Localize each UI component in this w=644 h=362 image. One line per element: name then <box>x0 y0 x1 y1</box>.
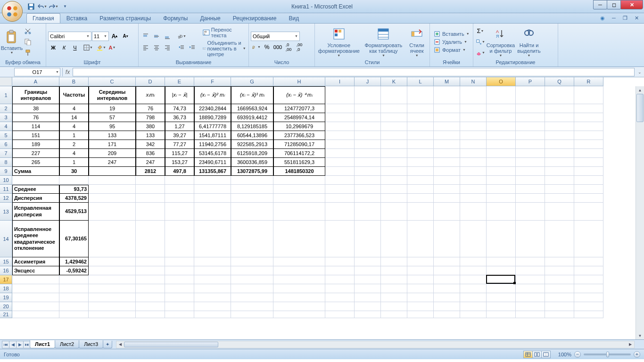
column-header[interactable]: H <box>273 77 325 86</box>
row-header[interactable]: 4 <box>0 122 12 131</box>
cell[interactable]: Среднее <box>12 185 59 194</box>
cell[interactable] <box>165 275 194 284</box>
cell[interactable] <box>136 284 165 293</box>
cell[interactable] <box>460 149 487 158</box>
cell[interactable]: 115,27 <box>165 149 194 158</box>
column-header[interactable]: I <box>325 77 355 86</box>
cell[interactable] <box>136 311 165 318</box>
row-header[interactable]: 1 <box>0 86 12 104</box>
cell[interactable] <box>12 311 59 318</box>
cell[interactable]: Исправленная дисперсия <box>12 203 59 221</box>
cell[interactable]: 76 <box>136 104 165 113</box>
column-header[interactable]: O <box>487 77 516 86</box>
window-restore-icon[interactable]: ❐ <box>621 14 629 22</box>
cell[interactable] <box>545 293 574 302</box>
cell[interactable] <box>12 302 59 311</box>
window-close-icon[interactable]: ✕ <box>633 14 640 22</box>
column-header[interactable]: C <box>89 77 136 86</box>
cell[interactable] <box>516 86 545 104</box>
cell[interactable]: 1 <box>59 131 89 140</box>
cell[interactable] <box>545 104 574 113</box>
cell[interactable] <box>381 284 407 293</box>
row-header[interactable]: 12 <box>0 194 12 203</box>
cell[interactable] <box>89 311 136 318</box>
cell[interactable]: 189 <box>12 140 59 149</box>
cell[interactable] <box>89 284 136 293</box>
cell[interactable] <box>516 293 545 302</box>
cell[interactable] <box>325 293 355 302</box>
cell[interactable] <box>231 266 273 275</box>
clear-icon[interactable]: ▼ <box>475 48 486 58</box>
row-header[interactable]: 20 <box>0 302 12 311</box>
cell[interactable]: 1481850320 <box>273 167 325 176</box>
cell[interactable]: 19 <box>89 104 136 113</box>
cell[interactable] <box>231 257 273 266</box>
cell[interactable] <box>381 122 407 131</box>
cell[interactable] <box>59 293 89 302</box>
cell[interactable]: 1,27 <box>165 122 194 131</box>
cell[interactable]: 693919,4412 <box>231 113 273 122</box>
cell[interactable]: 133 <box>136 131 165 140</box>
cell[interactable] <box>516 275 545 284</box>
format-as-table-button[interactable]: Форматировать как таблицу▼ <box>362 26 405 58</box>
cell[interactable]: Частоты <box>59 86 89 104</box>
tab-вид[interactable]: Вид <box>282 13 305 23</box>
percent-icon[interactable]: % <box>262 42 272 52</box>
cell[interactable] <box>325 194 355 203</box>
cell[interactable] <box>355 257 381 266</box>
column-header[interactable]: N <box>460 77 487 86</box>
column-header[interactable]: G <box>231 77 273 86</box>
cell[interactable] <box>434 284 460 293</box>
cell[interactable] <box>273 185 325 194</box>
cell[interactable] <box>231 311 273 318</box>
cell[interactable]: 4 <box>59 122 89 131</box>
fill-icon[interactable]: ▼ <box>475 37 486 47</box>
cell[interactable] <box>325 266 355 275</box>
cell[interactable]: 38 <box>12 104 59 113</box>
sort-filter-button[interactable]: АЯСортировка и фильтр▼ <box>487 26 515 58</box>
cell[interactable] <box>325 275 355 284</box>
cell[interactable] <box>12 284 59 293</box>
cell[interactable] <box>325 131 355 140</box>
row-header[interactable]: 5 <box>0 131 12 140</box>
cell[interactable] <box>434 104 460 113</box>
row-header[interactable]: 13 <box>0 203 12 221</box>
cell[interactable] <box>231 176 273 185</box>
cell[interactable] <box>516 149 545 158</box>
cell[interactable] <box>165 194 194 203</box>
cell[interactable] <box>407 149 434 158</box>
cell[interactable] <box>487 122 516 131</box>
cell[interactable] <box>89 257 136 266</box>
cell-styles-button[interactable]: Стили ячеек▼ <box>406 26 428 58</box>
next-sheet-icon[interactable]: ▶ <box>16 341 24 348</box>
cell[interactable] <box>516 176 545 185</box>
find-select-button[interactable]: Найти и выделить▼ <box>516 26 542 58</box>
cell[interactable] <box>407 221 434 257</box>
cell[interactable]: 2812 <box>136 167 165 176</box>
cell[interactable] <box>325 176 355 185</box>
cell[interactable] <box>273 203 325 221</box>
row-header[interactable]: 3 <box>0 113 12 122</box>
align-bottom-icon[interactable] <box>162 31 173 41</box>
cell[interactable] <box>325 104 355 113</box>
cell[interactable]: 2 <box>59 140 89 149</box>
cell[interactable] <box>434 266 460 275</box>
cell[interactable] <box>273 311 325 318</box>
cell[interactable] <box>434 311 460 318</box>
column-header[interactable]: L <box>407 77 434 86</box>
cell[interactable] <box>355 293 381 302</box>
cell[interactable] <box>545 122 574 131</box>
spreadsheet-grid[interactable]: ABCDEFGHIJKLMNOPQR 123456789101112131415… <box>0 77 644 339</box>
cell[interactable] <box>381 167 407 176</box>
cell[interactable] <box>165 266 194 275</box>
cell[interactable]: 4 <box>59 104 89 113</box>
cell[interactable] <box>273 176 325 185</box>
cell[interactable] <box>136 185 165 194</box>
cell[interactable] <box>194 311 231 318</box>
column-header[interactable]: P <box>516 77 545 86</box>
cell[interactable] <box>460 113 487 122</box>
scroll-thumb[interactable] <box>636 94 644 122</box>
save-icon[interactable] <box>26 2 36 11</box>
cell[interactable] <box>460 122 487 131</box>
cell[interactable] <box>574 194 603 203</box>
